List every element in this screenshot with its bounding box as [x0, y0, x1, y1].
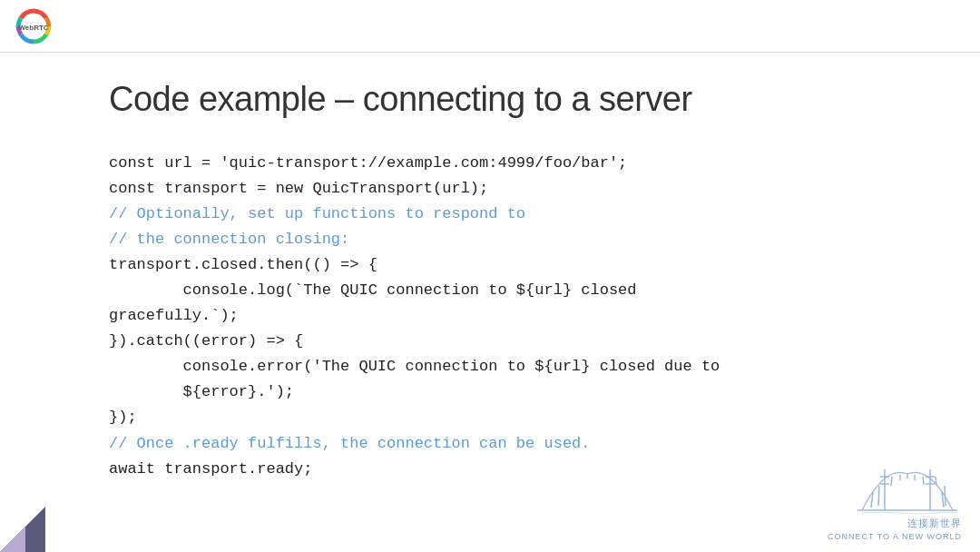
code-block: const url = 'quic-transport://example.co…	[109, 151, 926, 482]
logo: WebRTC	[15, 7, 53, 45]
code-line-10: ${error}.');	[109, 380, 926, 405]
code-line-12: // Once .ready fulfills, the connection …	[109, 431, 926, 457]
code-line-1: const url = 'quic-transport://example.co…	[109, 151, 926, 176]
code-line-3: // Optionally, set up functions to respo…	[109, 202, 926, 227]
code-line-11: });	[109, 405, 926, 430]
svg-line-16	[936, 477, 936, 486]
code-line-7: gracefully.`);	[109, 303, 926, 329]
slide-title: Code example – connecting to a server	[109, 80, 926, 119]
code-line-5: transport.closed.then(() => {	[109, 252, 926, 278]
bridge-icon	[853, 451, 962, 515]
watermark-text-chinese: 连接新世界	[907, 517, 962, 530]
code-line-13: await transport.ready;	[109, 457, 926, 482]
watermark: 连接新世界 CONNECT TO A NEW WORLD	[828, 451, 962, 541]
code-line-6: console.log(`The QUIC connection to ${ur…	[109, 278, 926, 303]
code-line-9: console.error('The QUIC connection to ${…	[109, 354, 926, 380]
code-line-4: // the connection closing:	[109, 227, 926, 252]
watermark-text-english: CONNECT TO A NEW WORLD	[828, 532, 962, 541]
svg-line-15	[923, 477, 924, 485]
svg-text:WebRTC: WebRTC	[18, 24, 48, 32]
code-line-2: const transport = new QuicTransport(url)…	[109, 176, 926, 202]
svg-line-17	[945, 486, 946, 506]
code-line-8: }).catch((error) => {	[109, 329, 926, 354]
slide-content: Code example – connecting to a server co…	[0, 53, 980, 552]
svg-line-10	[878, 486, 879, 506]
top-bar: WebRTC	[0, 0, 980, 53]
svg-line-11	[891, 477, 892, 486]
bottom-triangle-purple	[0, 527, 25, 552]
